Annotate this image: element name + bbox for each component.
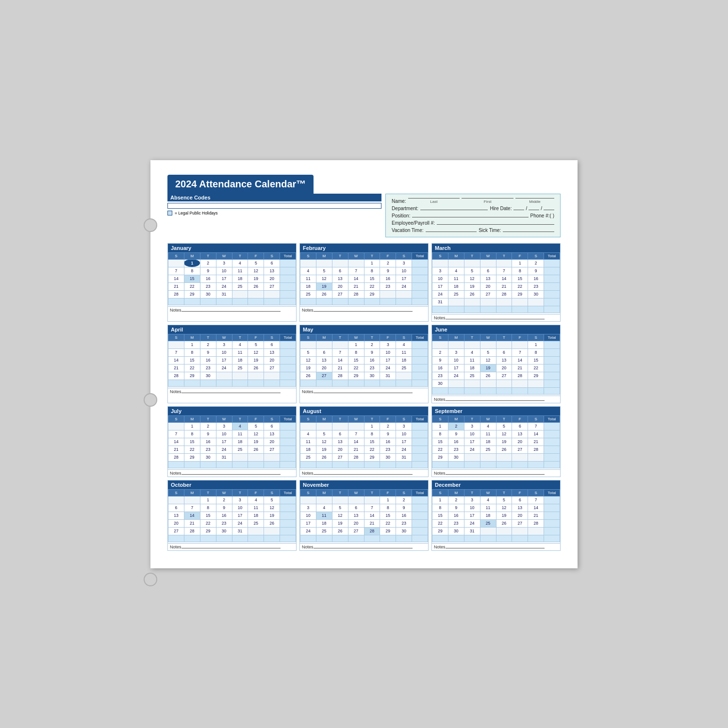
calendar-day[interactable]	[432, 341, 448, 348]
calendar-day[interactable]: 8	[380, 504, 396, 512]
calendar-day[interactable]: 8	[184, 348, 200, 356]
calendar-day[interactable]: 28	[528, 446, 544, 453]
calendar-day[interactable]: 4	[300, 430, 316, 438]
calendar-day[interactable]: 24	[432, 290, 448, 298]
calendar-day[interactable]	[480, 527, 496, 535]
calendar-day[interactable]	[168, 422, 184, 430]
calendar-day[interactable]: 27	[496, 372, 512, 380]
calendar-day[interactable]: 29	[432, 453, 448, 461]
calendar-day[interactable]: 5	[480, 348, 496, 356]
calendar-day[interactable]	[316, 341, 332, 348]
calendar-day[interactable]: 28	[348, 290, 364, 298]
calendar-day[interactable]: 10	[380, 348, 396, 356]
calendar-day[interactable]: 27	[480, 290, 496, 298]
calendar-day[interactable]	[528, 527, 544, 535]
calendar-day[interactable]: 8	[432, 430, 448, 438]
calendar-day[interactable]: 23	[200, 446, 216, 453]
calendar-day[interactable]: 20	[316, 364, 332, 372]
calendar-day[interactable]: 30	[448, 453, 464, 461]
calendar-day[interactable]: 20	[332, 446, 348, 453]
calendar-day[interactable]	[512, 527, 528, 535]
calendar-day[interactable]: 5	[332, 504, 348, 512]
calendar-day[interactable]	[248, 372, 264, 380]
calendar-day[interactable]: 23	[448, 519, 464, 527]
calendar-day[interactable]: 4	[396, 341, 412, 348]
calendar-day[interactable]: 4	[480, 496, 496, 504]
calendar-day[interactable]: 16	[528, 275, 544, 282]
calendar-day[interactable]: 26	[264, 519, 280, 527]
calendar-day[interactable]: 5	[496, 422, 512, 430]
calendar-day[interactable]: 28	[184, 527, 200, 535]
calendar-day[interactable]	[464, 298, 480, 306]
calendar-day[interactable]: 10	[300, 512, 316, 519]
calendar-day[interactable]	[248, 527, 264, 535]
calendar-day[interactable]: 9	[216, 504, 232, 512]
calendar-day[interactable]: 10	[396, 430, 412, 438]
calendar-day[interactable]: 2	[200, 259, 216, 267]
calendar-day[interactable]: 22	[200, 519, 216, 527]
calendar-day[interactable]: 30	[200, 453, 216, 461]
calendar-day[interactable]: 28	[528, 519, 544, 527]
calendar-day[interactable]: 30	[364, 372, 380, 380]
calendar-day[interactable]: 17	[232, 512, 248, 519]
calendar-day[interactable]: 24	[396, 282, 412, 290]
calendar-day[interactable]: 31	[464, 527, 480, 535]
calendar-day[interactable]: 20	[332, 282, 348, 290]
calendar-day[interactable]: 13	[496, 356, 512, 364]
calendar-day[interactable]: 11	[396, 348, 412, 356]
calendar-day[interactable]: 15	[364, 438, 380, 446]
calendar-day[interactable]: 3	[464, 496, 480, 504]
calendar-day[interactable]: 6	[264, 341, 280, 348]
calendar-day[interactable]: 3	[216, 341, 232, 348]
calendar-day[interactable]: 8	[512, 267, 528, 275]
calendar-day[interactable]: 13	[264, 267, 280, 275]
calendar-day[interactable]: 14	[168, 438, 184, 446]
calendar-day[interactable]: 26	[496, 519, 512, 527]
calendar-day[interactable]	[496, 527, 512, 535]
calendar-day[interactable]: 10	[216, 430, 232, 438]
calendar-day[interactable]: 29	[364, 453, 380, 461]
calendar-day[interactable]: 19	[496, 438, 512, 446]
calendar-day[interactable]: 15	[184, 356, 200, 364]
calendar-day[interactable]: 23	[364, 364, 380, 372]
calendar-day[interactable]	[300, 259, 316, 267]
calendar-day[interactable]: 13	[264, 348, 280, 356]
calendar-day[interactable]: 12	[332, 512, 348, 519]
calendar-day[interactable]: 25	[396, 364, 412, 372]
calendar-day[interactable]: 23	[216, 519, 232, 527]
calendar-day[interactable]: 25	[480, 446, 496, 453]
calendar-day[interactable]: 18	[232, 275, 248, 282]
calendar-day[interactable]: 21	[168, 364, 184, 372]
calendar-day[interactable]: 12	[496, 504, 512, 512]
calendar-day[interactable]: 2	[432, 348, 448, 356]
calendar-day[interactable]: 26	[316, 290, 332, 298]
calendar-day[interactable]: 11	[300, 438, 316, 446]
calendar-day[interactable]: 1	[512, 259, 528, 267]
calendar-day[interactable]: 6	[348, 504, 364, 512]
calendar-day[interactable]: 3	[396, 259, 412, 267]
calendar-day[interactable]	[380, 290, 396, 298]
calendar-day[interactable]: 6	[480, 267, 496, 275]
calendar-day[interactable]: 22	[184, 282, 200, 290]
calendar-day[interactable]: 20	[168, 519, 184, 527]
calendar-day[interactable]: 25	[316, 527, 332, 535]
calendar-day[interactable]: 21	[348, 282, 364, 290]
calendar-day[interactable]: 18	[300, 282, 316, 290]
calendar-day[interactable]: 27	[264, 364, 280, 372]
calendar-day[interactable]: 24	[448, 372, 464, 380]
calendar-day[interactable]: 26	[316, 453, 332, 461]
calendar-day[interactable]: 4	[464, 348, 480, 356]
calendar-day[interactable]	[512, 453, 528, 461]
calendar-day[interactable]: 22	[380, 519, 396, 527]
calendar-day[interactable]: 13	[332, 275, 348, 282]
calendar-day[interactable]	[496, 380, 512, 387]
calendar-day[interactable]: 1	[364, 259, 380, 267]
calendar-day[interactable]: 5	[496, 496, 512, 504]
calendar-day[interactable]	[448, 380, 464, 387]
calendar-day[interactable]: 18	[232, 438, 248, 446]
calendar-day[interactable]: 6	[168, 504, 184, 512]
calendar-day[interactable]: 17	[216, 356, 232, 364]
calendar-day[interactable]: 5	[248, 259, 264, 267]
calendar-day[interactable]: 26	[332, 527, 348, 535]
calendar-day[interactable]: 21	[332, 364, 348, 372]
